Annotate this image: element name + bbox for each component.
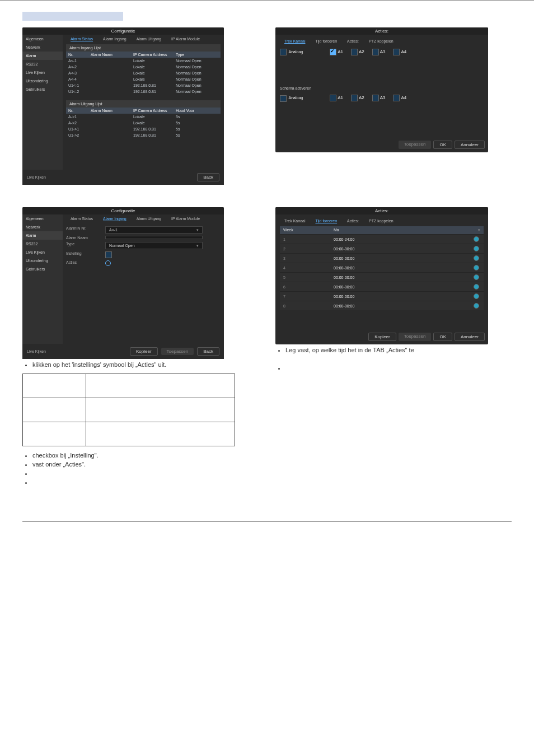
panel-title: Acties: <box>275 207 488 214</box>
list-heading: Alarm Ingang Lijst <box>66 44 221 52</box>
sidebar-item[interactable]: Gebruikers <box>22 85 63 94</box>
back-button[interactable]: Back <box>197 347 219 356</box>
sidebar-item[interactable]: Uitzondering <box>22 77 63 85</box>
tab-trek-kanaal[interactable]: Trek Kanaal <box>280 37 310 45</box>
a3-checkbox[interactable] <box>372 49 379 55</box>
tab-ip-alarm-module[interactable]: IP Alarm Module <box>167 35 204 43</box>
live-kijken-link[interactable]: Live Kijken <box>27 175 46 179</box>
settings-icon[interactable] <box>474 236 479 242</box>
kopieer-button[interactable]: Kopieer <box>368 333 396 341</box>
tab-tijd-forceren[interactable]: Tijd forceren <box>311 217 341 225</box>
kopieer-button[interactable]: Kopieer <box>130 347 158 356</box>
settings-icon[interactable] <box>474 293 479 299</box>
tab-acties[interactable]: Acties: <box>343 37 363 45</box>
analoog2-checkbox[interactable] <box>280 95 287 102</box>
table-row[interactable]: U1<-1192.168.0.81Normaal Open <box>66 82 221 88</box>
settings-icon[interactable] <box>474 265 479 270</box>
sidebar-item[interactable]: Algemeen <box>22 35 63 43</box>
live-kijken-link[interactable]: Live Kijken <box>27 349 46 353</box>
time-range[interactable]: 00:00-00:00 <box>334 304 474 308</box>
sidebar-item[interactable]: Gebruikers <box>22 265 63 273</box>
tab-alarm-uitgang[interactable]: Alarm Uitgang <box>132 214 166 223</box>
section-heading-bar <box>22 12 123 21</box>
time-range[interactable]: 00:00-00:00 <box>334 295 474 298</box>
toepassen-button[interactable]: Toepassen <box>161 348 194 355</box>
table-row[interactable]: U1->2192.168.0.815s <box>66 132 221 138</box>
sidebar-item[interactable]: Netwerk <box>22 43 63 52</box>
table-row[interactable]: A<-2LokaleNormaal Open <box>66 64 221 70</box>
sidebar-item[interactable]: Uitzondering <box>22 256 63 265</box>
tab-alarm-ingang[interactable]: Alarm Ingang <box>99 35 131 43</box>
time-range[interactable]: 00:00-00:00 <box>334 276 474 279</box>
list-heading: Alarm Uitgang Lijst <box>66 100 221 108</box>
form-field[interactable] <box>105 236 203 239</box>
sidebar-item-alarm[interactable]: Alarm <box>22 52 63 60</box>
sidebar-item-alarm[interactable]: Alarm <box>22 231 63 240</box>
table-row[interactable]: A<-1LokaleNormaal Open <box>66 58 221 64</box>
ok-button[interactable]: OK <box>433 141 452 149</box>
form-row: AlarmIN Nr.A<-1 <box>66 225 221 235</box>
form-field[interactable]: A<-1 <box>105 226 203 234</box>
back-button[interactable]: Back <box>197 173 219 181</box>
table-row[interactable]: U1->1192.168.0.815s <box>66 126 221 132</box>
table-row[interactable]: A<-4LokaleNormaal Open <box>66 76 221 82</box>
tab-alarm-status[interactable]: Alarm Status <box>66 214 97 223</box>
tab-acties[interactable]: Acties: <box>343 217 363 225</box>
annuleer-button[interactable]: Annuleer <box>455 333 485 341</box>
analoog-checkbox[interactable] <box>280 49 287 55</box>
row-number: 4 <box>283 266 334 270</box>
toepassen-button[interactable]: Toepassen <box>399 333 432 341</box>
table-row[interactable]: A->1Lokale5s <box>66 114 221 120</box>
a4-checkbox[interactable] <box>393 49 400 55</box>
tab-alarm-status[interactable]: Alarm Status <box>66 35 97 43</box>
schema-a4-checkbox[interactable] <box>393 95 400 101</box>
tab-ptz-koppelen[interactable]: PTZ koppelen <box>364 37 398 45</box>
time-range[interactable]: 00:00-00:00 <box>334 247 474 251</box>
schema-a1-checkbox[interactable] <box>330 95 336 101</box>
annuleer-button[interactable]: Annuleer <box>455 141 485 149</box>
ok-button[interactable]: OK <box>433 333 452 341</box>
bullet-text: vast onder „Acties". <box>32 461 259 468</box>
tabs: Trek Kanaal Tijd forceren Acties: PTZ ko… <box>280 217 484 225</box>
a2-checkbox[interactable] <box>351 49 358 55</box>
tab-ptz-koppelen[interactable]: PTZ koppelen <box>364 217 398 225</box>
time-range[interactable]: 00:00-00:00 <box>334 256 474 260</box>
sidebar-item[interactable]: Algemeen <box>22 214 63 223</box>
bullet-empty <box>285 365 512 371</box>
tab-alarm-ingang[interactable]: Alarm Ingang <box>99 214 131 223</box>
row-number: 3 <box>283 256 334 260</box>
schedule-row: 200:00-00:00 <box>280 244 484 253</box>
sidebar-item[interactable]: Live Kijken <box>22 68 63 77</box>
settings-icon[interactable] <box>474 284 479 290</box>
table-row[interactable]: U1<-2192.168.0.81Normaal Open <box>66 88 221 95</box>
settings-icon[interactable] <box>474 255 479 261</box>
bullet-empty <box>32 470 259 477</box>
time-range[interactable]: 00:00-00:00 <box>334 266 474 270</box>
week-dropdown[interactable]: Ma <box>334 228 480 232</box>
sidebar-item[interactable]: Live Kijken <box>22 248 63 256</box>
form-label: Alarm Naam <box>66 236 105 240</box>
tab-ip-alarm-module[interactable]: IP Alarm Module <box>167 214 204 223</box>
toepassen-button[interactable]: Toepassen <box>399 141 432 149</box>
time-range[interactable]: 00:00-00:00 <box>334 285 474 289</box>
gear-icon[interactable] <box>105 260 111 266</box>
bullet-text: checkbox bij „Instelling". <box>32 452 259 459</box>
sidebar-item[interactable]: Netwerk <box>22 223 63 231</box>
instelling-checkbox[interactable] <box>105 251 112 258</box>
schema-a2-checkbox[interactable] <box>351 95 358 101</box>
a1-checkbox[interactable] <box>330 49 336 55</box>
form-label: Acties <box>66 260 105 267</box>
settings-icon[interactable] <box>474 246 479 251</box>
time-range[interactable]: 00:00-24:00 <box>334 237 474 241</box>
table-row[interactable]: A->2Lokale5s <box>66 120 221 126</box>
tab-trek-kanaal[interactable]: Trek Kanaal <box>280 217 310 225</box>
settings-icon[interactable] <box>474 303 479 309</box>
tab-tijd-forceren[interactable]: Tijd forceren <box>311 37 341 45</box>
form-field[interactable]: Normaal Open <box>105 242 203 249</box>
schema-a3-checkbox[interactable] <box>372 95 379 101</box>
settings-icon[interactable] <box>474 274 479 280</box>
sidebar-item[interactable]: RS232 <box>22 240 63 248</box>
sidebar-item[interactable]: RS232 <box>22 60 63 68</box>
table-row[interactable]: A<-3LokaleNormaal Open <box>66 70 221 76</box>
tab-alarm-uitgang[interactable]: Alarm Uitgang <box>132 35 166 43</box>
